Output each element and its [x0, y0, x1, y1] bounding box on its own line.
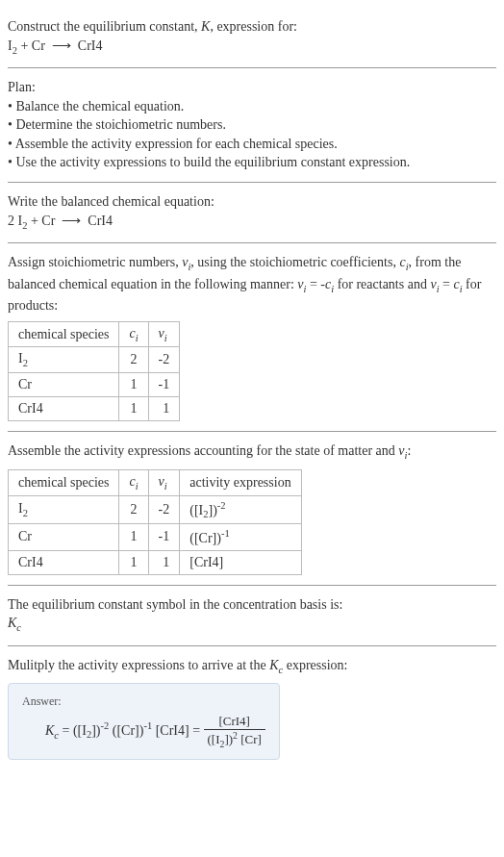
table-row: CrI4 1 1	[9, 397, 180, 421]
table-row: Cr 1 -1	[9, 373, 180, 397]
activity-intro: Assemble the activity expressions accoun…	[8, 441, 496, 463]
multiply-text: Mulitply the activity expressions to arr…	[8, 656, 496, 677]
col-species: chemical species	[9, 469, 119, 495]
cell-c: 2	[119, 495, 148, 523]
multiply-section: Mulitply the activity expressions to arr…	[8, 646, 496, 769]
answer-box: Answer: Kc = ([I2])-2 ([Cr])-1 [CrI4] = …	[8, 683, 280, 760]
balanced-title: Write the balanced chemical equation:	[8, 192, 496, 212]
plan-item: • Assemble the activity expression for e…	[8, 135, 496, 154]
prompt-line1: Construct the equilibrium constant, K, e…	[8, 17, 496, 37]
col-species: chemical species	[9, 321, 119, 347]
cell-species: Cr	[9, 524, 119, 551]
cell-species: CrI4	[9, 397, 119, 421]
cell-v: 1	[148, 550, 180, 574]
table-row: I2 2 -2 ([I2])-2	[9, 495, 302, 523]
stoich-table: chemical species ci νi I2 2 -2 Cr 1 -1 C…	[8, 321, 180, 422]
cell-species: I2	[9, 495, 119, 523]
plan-item: • Balance the chemical equation.	[8, 97, 496, 116]
plan-section: Plan: • Balance the chemical equation. •…	[8, 68, 496, 183]
prompt-equation: I2 + Cr ⟶ CrI4	[8, 37, 496, 58]
cell-c: 1	[119, 373, 148, 397]
col-v: νi	[148, 469, 180, 495]
cell-species: I2	[9, 347, 119, 373]
balanced-equation: 2 I2 + Cr ⟶ CrI4	[8, 212, 496, 233]
answer-label: Answer:	[22, 693, 265, 710]
table-row: I2 2 -2	[9, 347, 180, 373]
plan-item: • Determine the stoichiometric numbers.	[8, 115, 496, 135]
cell-v: -2	[148, 495, 180, 523]
plan-item: • Use the activity expressions to build …	[8, 153, 496, 172]
symbol-line2: Kc	[8, 614, 496, 635]
balanced-section: Write the balanced chemical equation: 2 …	[8, 183, 496, 243]
cell-v: 1	[148, 397, 180, 421]
activity-table: chemical species ci νi activity expressi…	[8, 469, 302, 575]
stoich-section: Assign stoichiometric numbers, νi, using…	[8, 243, 496, 432]
cell-c: 1	[119, 397, 148, 421]
cell-species: CrI4	[9, 550, 119, 574]
col-v: νi	[148, 321, 180, 347]
cell-expr: [CrI4]	[180, 550, 301, 574]
cell-c: 1	[119, 550, 148, 574]
symbol-section: The equilibrium constant symbol in the c…	[8, 586, 496, 646]
col-c: ci	[119, 469, 148, 495]
answer-equation: Kc = ([I2])-2 ([Cr])-1 [CrI4] = [CrI4] (…	[22, 714, 265, 749]
table-row: Cr 1 -1 ([Cr])-1	[9, 524, 302, 551]
table-header-row: chemical species ci νi activity expressi…	[9, 469, 302, 495]
frac-num: [CrI4]	[204, 714, 265, 730]
symbol-line1: The equilibrium constant symbol in the c…	[8, 595, 496, 615]
cell-species: Cr	[9, 373, 119, 397]
prompt-section: Construct the equilibrium constant, K, e…	[8, 8, 496, 68]
table-header-row: chemical species ci νi	[9, 321, 180, 347]
plan-title: Plan:	[8, 78, 496, 97]
cell-expr: ([I2])-2	[180, 495, 301, 523]
col-expr: activity expression	[180, 469, 301, 495]
stoich-intro: Assign stoichiometric numbers, νi, using…	[8, 253, 496, 315]
cell-v: -1	[148, 524, 180, 551]
cell-v: -1	[148, 373, 180, 397]
cell-v: -2	[148, 347, 180, 373]
cell-c: 1	[119, 524, 148, 551]
cell-expr: ([Cr])-1	[180, 524, 301, 551]
frac-den: ([I2])2 [Cr]	[204, 730, 265, 749]
activity-section: Assemble the activity expressions accoun…	[8, 432, 496, 585]
table-row: CrI4 1 1 [CrI4]	[9, 550, 302, 574]
col-c: ci	[119, 321, 148, 347]
cell-c: 2	[119, 347, 148, 373]
